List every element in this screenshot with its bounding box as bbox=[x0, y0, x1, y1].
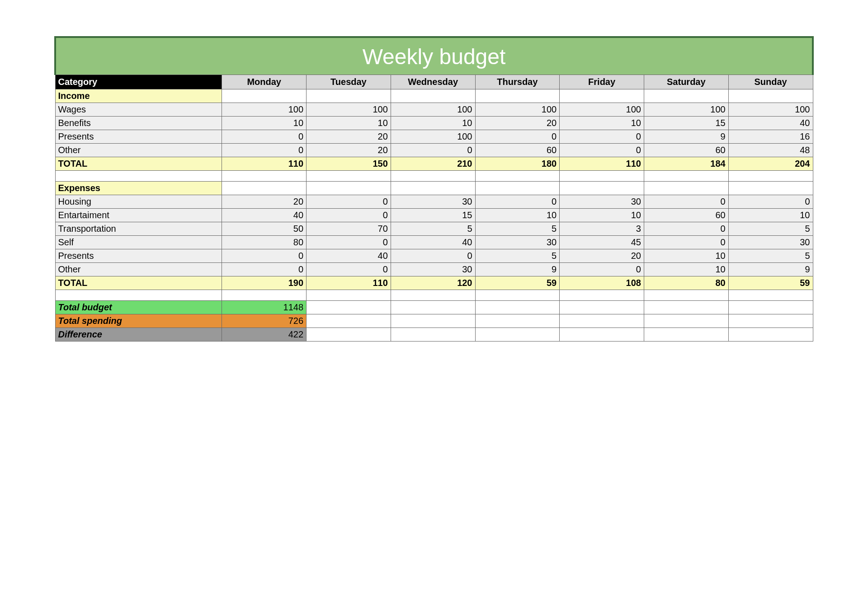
row-value: 0 bbox=[644, 222, 728, 236]
row-value: 10 bbox=[307, 117, 391, 130]
row-value: 0 bbox=[222, 249, 307, 263]
income-total-value: 210 bbox=[391, 157, 475, 171]
total-budget-value: 1148 bbox=[222, 301, 307, 314]
difference-value: 422 bbox=[222, 328, 307, 342]
header-day-wed: Wednesday bbox=[391, 75, 475, 89]
income-total-value: 150 bbox=[307, 157, 391, 171]
row-label: Self bbox=[55, 236, 222, 249]
row-value: 60 bbox=[644, 144, 728, 157]
income-total-value: 110 bbox=[222, 157, 307, 171]
row-value: 0 bbox=[222, 263, 307, 276]
row-value: 5 bbox=[475, 249, 560, 263]
row-value: 30 bbox=[391, 195, 475, 209]
row-value: 9 bbox=[475, 263, 560, 276]
page-title: Weekly budget bbox=[55, 37, 813, 75]
row-value: 0 bbox=[307, 209, 391, 222]
row-value: 5 bbox=[391, 222, 475, 236]
spacer-row bbox=[55, 171, 813, 182]
table-row: Benefits 10 10 10 20 10 15 40 bbox=[55, 117, 813, 130]
income-total-value: 110 bbox=[560, 157, 644, 171]
row-value: 30 bbox=[728, 236, 813, 249]
header-day-sun: Sunday bbox=[728, 75, 813, 89]
total-budget-row: Total budget 1148 bbox=[55, 301, 813, 314]
spacer-row bbox=[55, 290, 813, 301]
row-label: Transportation bbox=[55, 222, 222, 236]
row-value: 0 bbox=[560, 263, 644, 276]
income-total-row: TOTAL 110 150 210 180 110 184 204 bbox=[55, 157, 813, 171]
row-value: 100 bbox=[222, 103, 307, 117]
row-value: 100 bbox=[560, 103, 644, 117]
expenses-total-value: 190 bbox=[222, 276, 307, 290]
row-value: 5 bbox=[475, 222, 560, 236]
row-label: Housing bbox=[55, 195, 222, 209]
row-value: 0 bbox=[644, 236, 728, 249]
row-label: Wages bbox=[55, 103, 222, 117]
table-row: Transportation 50 70 5 5 3 0 5 bbox=[55, 222, 813, 236]
income-total-value: 204 bbox=[728, 157, 813, 171]
row-value: 3 bbox=[560, 222, 644, 236]
row-value: 16 bbox=[728, 130, 813, 144]
row-value: 70 bbox=[307, 222, 391, 236]
row-value: 0 bbox=[307, 263, 391, 276]
row-value: 10 bbox=[222, 117, 307, 130]
row-value: 0 bbox=[644, 195, 728, 209]
row-value: 40 bbox=[307, 249, 391, 263]
expenses-total-label: TOTAL bbox=[55, 276, 222, 290]
row-value: 48 bbox=[728, 144, 813, 157]
difference-label: Difference bbox=[55, 328, 222, 342]
row-value: 60 bbox=[644, 209, 728, 222]
total-budget-label: Total budget bbox=[55, 301, 222, 314]
header-day-mon: Monday bbox=[222, 75, 307, 89]
header-day-sat: Saturday bbox=[644, 75, 728, 89]
table-row: Other 0 0 30 9 0 10 9 bbox=[55, 263, 813, 276]
table-row: Wages 100 100 100 100 100 100 100 bbox=[55, 103, 813, 117]
row-label: Other bbox=[55, 263, 222, 276]
row-value: 10 bbox=[644, 249, 728, 263]
row-value: 40 bbox=[222, 209, 307, 222]
row-value: 20 bbox=[560, 249, 644, 263]
expenses-total-value: 108 bbox=[560, 276, 644, 290]
total-spending-value: 726 bbox=[222, 314, 307, 328]
row-value: 10 bbox=[644, 263, 728, 276]
row-value: 0 bbox=[222, 130, 307, 144]
row-value: 0 bbox=[560, 144, 644, 157]
row-value: 30 bbox=[391, 263, 475, 276]
table-row: Presents 0 40 0 5 20 10 5 bbox=[55, 249, 813, 263]
row-value: 20 bbox=[307, 130, 391, 144]
row-value: 100 bbox=[391, 130, 475, 144]
row-value: 0 bbox=[391, 144, 475, 157]
expenses-section-label: Expenses bbox=[55, 182, 222, 195]
row-value: 10 bbox=[560, 209, 644, 222]
income-section-label: Income bbox=[55, 89, 222, 103]
row-label: Presents bbox=[55, 249, 222, 263]
table-row: Self 80 0 40 30 45 0 30 bbox=[55, 236, 813, 249]
row-value: 0 bbox=[307, 236, 391, 249]
row-value: 60 bbox=[475, 144, 560, 157]
header-category: Category bbox=[55, 75, 222, 89]
expenses-total-row: TOTAL 190 110 120 59 108 80 59 bbox=[55, 276, 813, 290]
expenses-total-value: 120 bbox=[391, 276, 475, 290]
total-spending-label: Total spending bbox=[55, 314, 222, 328]
header-day-fri: Friday bbox=[560, 75, 644, 89]
row-value: 30 bbox=[475, 236, 560, 249]
row-value: 20 bbox=[475, 117, 560, 130]
row-label: Entartaiment bbox=[55, 209, 222, 222]
row-value: 10 bbox=[475, 209, 560, 222]
row-value: 0 bbox=[475, 130, 560, 144]
income-total-value: 184 bbox=[644, 157, 728, 171]
expenses-total-value: 80 bbox=[644, 276, 728, 290]
budget-table: Weekly budget Category Monday Tuesday We… bbox=[54, 36, 814, 342]
header-day-thu: Thursday bbox=[475, 75, 560, 89]
row-value: 50 bbox=[222, 222, 307, 236]
row-value: 80 bbox=[222, 236, 307, 249]
row-value: 30 bbox=[560, 195, 644, 209]
row-value: 15 bbox=[644, 117, 728, 130]
row-value: 100 bbox=[475, 103, 560, 117]
table-row: Presents 0 20 100 0 0 9 16 bbox=[55, 130, 813, 144]
row-value: 9 bbox=[644, 130, 728, 144]
total-spending-row: Total spending 726 bbox=[55, 314, 813, 328]
row-value: 5 bbox=[728, 249, 813, 263]
title-row: Weekly budget bbox=[55, 37, 813, 75]
row-label: Other bbox=[55, 144, 222, 157]
row-value: 40 bbox=[391, 236, 475, 249]
